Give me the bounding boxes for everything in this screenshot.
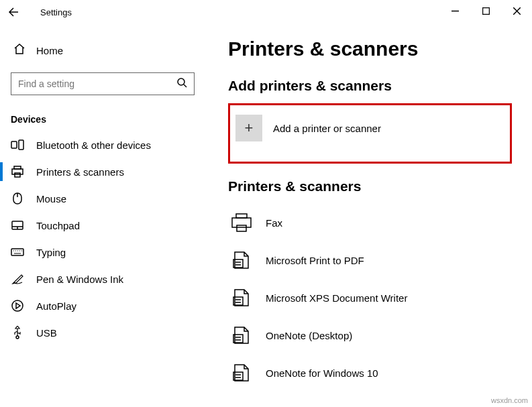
sidebar-item-usb[interactable]: USB — [7, 319, 215, 346]
add-printer-label: Add a printer or scanner — [273, 123, 381, 134]
autoplay-icon — [11, 299, 24, 312]
sidebar-item-typing[interactable]: Typing — [7, 239, 215, 266]
document-printer-icon — [228, 247, 255, 274]
plus-icon: + — [235, 115, 262, 141]
fax-printer-icon — [228, 209, 255, 236]
document-printer-icon — [228, 322, 255, 349]
maximize-button[interactable] — [470, 0, 501, 21]
printer-item-xps[interactable]: Microsoft XPS Document Writer — [228, 279, 512, 316]
keyboard-icon — [11, 245, 24, 259]
close-icon — [513, 7, 521, 15]
sidebar-item-label: Pen & Windows Ink — [36, 274, 123, 285]
search-icon — [177, 78, 187, 90]
minimize-icon — [451, 7, 459, 15]
pen-icon — [11, 272, 24, 286]
maximize-icon — [482, 7, 490, 15]
home-icon — [13, 43, 27, 58]
printer-item-fax[interactable]: Fax — [228, 204, 512, 241]
home-nav[interactable]: Home — [7, 38, 215, 63]
document-printer-icon — [228, 359, 255, 386]
sidebar-item-label: Typing — [36, 247, 66, 258]
main-content: Printers & scanners Add printers & scann… — [215, 24, 532, 407]
bluetooth-devices-icon — [11, 138, 24, 152]
titlebar: Settings — [0, 0, 532, 24]
sidebar-item-label: Touchpad — [36, 220, 80, 231]
svg-rect-6 — [15, 173, 20, 177]
mouse-icon — [11, 192, 24, 205]
sidebar-item-label: AutoPlay — [36, 300, 76, 312]
printer-label: OneNote (Desktop) — [266, 330, 352, 341]
close-button[interactable] — [501, 0, 532, 21]
printer-item-onenote-desktop[interactable]: OneNote (Desktop) — [228, 316, 512, 354]
sidebar: Home Devices Bluetooth & other devices P… — [0, 24, 215, 407]
printer-label: Microsoft XPS Document Writer — [266, 292, 407, 304]
add-printer-button[interactable]: + Add a printer or scanner — [235, 115, 504, 141]
svg-rect-5 — [12, 169, 23, 174]
svg-point-1 — [178, 78, 184, 85]
usb-icon — [11, 326, 24, 339]
svg-rect-12 — [236, 214, 247, 218]
printers-section-header: Printers & scanners — [228, 178, 512, 194]
window-controls — [439, 0, 532, 21]
minimize-button[interactable] — [439, 0, 470, 21]
svg-point-11 — [16, 336, 19, 339]
svg-point-10 — [12, 300, 23, 311]
touchpad-icon — [11, 219, 24, 232]
printer-icon — [11, 165, 24, 178]
document-printer-icon — [228, 284, 255, 311]
search-input[interactable] — [18, 78, 177, 89]
app-title: Settings — [40, 7, 72, 17]
sidebar-item-pen[interactable]: Pen & Windows Ink — [7, 266, 215, 292]
svg-rect-0 — [482, 7, 489, 14]
svg-rect-13 — [232, 218, 251, 227]
printer-label: Microsoft Print to PDF — [266, 255, 364, 266]
printer-label: Fax — [266, 217, 282, 229]
highlight-annotation: + Add a printer or scanner — [228, 103, 512, 164]
add-section-header: Add printers & scanners — [228, 78, 512, 94]
home-label: Home — [36, 45, 63, 56]
svg-rect-3 — [19, 140, 23, 150]
svg-rect-2 — [11, 141, 17, 148]
sidebar-item-label: Printers & scanners — [36, 166, 124, 178]
search-box[interactable] — [11, 72, 195, 95]
svg-rect-9 — [11, 249, 23, 255]
back-button[interactable] — [0, 0, 27, 24]
svg-rect-14 — [237, 225, 246, 231]
back-arrow-icon — [8, 7, 19, 17]
sidebar-item-label: Bluetooth & other devices — [36, 139, 151, 151]
sidebar-item-touchpad[interactable]: Touchpad — [7, 212, 215, 239]
printer-item-onenote-win10[interactable]: OneNote for Windows 10 — [228, 354, 512, 392]
sidebar-item-label: USB — [36, 327, 57, 339]
page-title: Printers & scanners — [228, 38, 512, 60]
sidebar-item-autoplay[interactable]: AutoPlay — [7, 292, 215, 319]
sidebar-item-label: Mouse — [36, 193, 66, 205]
sidebar-item-bluetooth[interactable]: Bluetooth & other devices — [7, 131, 215, 158]
sidebar-item-printers[interactable]: Printers & scanners — [7, 158, 215, 185]
devices-header: Devices — [7, 107, 215, 131]
sidebar-item-mouse[interactable]: Mouse — [7, 185, 215, 212]
printer-item-pdf[interactable]: Microsoft Print to PDF — [228, 241, 512, 279]
watermark: wsxdn.com — [491, 396, 528, 404]
printer-label: OneNote for Windows 10 — [266, 367, 378, 379]
